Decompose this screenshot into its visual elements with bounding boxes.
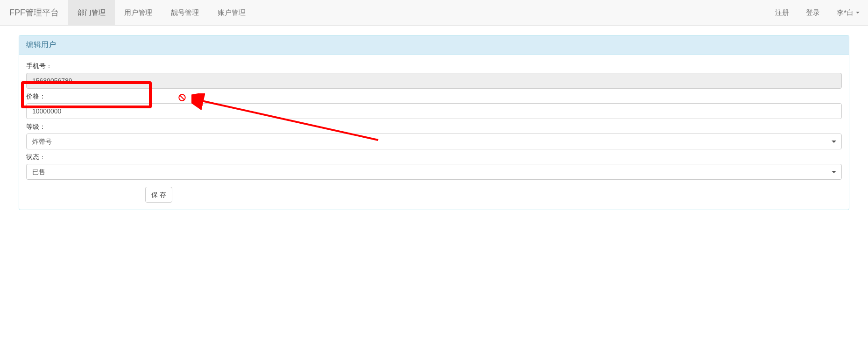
nav-link-dept[interactable]: 部门管理 xyxy=(68,0,115,25)
level-label: 等级： xyxy=(26,123,842,131)
user-name-label: 李*白 xyxy=(837,8,854,17)
status-label: 状态： xyxy=(26,153,842,162)
phone-label: 手机号： xyxy=(26,62,842,70)
form-group-status: 状态： 已售 xyxy=(26,153,842,180)
brand-link[interactable]: FPF管理平台 xyxy=(0,0,68,25)
nav-tabs: 部门管理 用户管理 靓号管理 账户管理 xyxy=(68,0,255,25)
main-container: 编辑用户 手机号： 价格： 等级： 炸弹号 状态： 已售 xyxy=(0,26,868,219)
nav-item-dept[interactable]: 部门管理 xyxy=(68,0,115,25)
save-button[interactable]: 保 存 xyxy=(145,187,172,203)
form-group-price: 价格： xyxy=(26,92,842,119)
edit-user-panel: 编辑用户 手机号： 价格： 等级： 炸弹号 状态： 已售 xyxy=(19,35,849,210)
panel-title: 编辑用户 xyxy=(19,35,849,55)
form-group-level: 等级： 炸弹号 xyxy=(26,123,842,149)
nav-right: 注册 登录 李*白 xyxy=(767,0,868,25)
nav-item-user-dropdown[interactable]: 李*白 xyxy=(828,0,868,25)
nav-link-number[interactable]: 靓号管理 xyxy=(162,0,208,25)
caret-down-icon xyxy=(856,12,860,14)
panel-body: 手机号： 价格： 等级： 炸弹号 状态： 已售 保 存 xyxy=(19,55,849,210)
button-row: 保 存 xyxy=(26,187,842,203)
nav-link-user-dropdown[interactable]: 李*白 xyxy=(828,0,868,25)
level-select[interactable]: 炸弹号 xyxy=(26,134,842,149)
nav-link-user[interactable]: 用户管理 xyxy=(115,0,162,25)
nav-left: FPF管理平台 部门管理 用户管理 靓号管理 账户管理 xyxy=(0,0,255,25)
nav-link-account[interactable]: 账户管理 xyxy=(208,0,255,25)
status-select[interactable]: 已售 xyxy=(26,164,842,180)
price-label: 价格： xyxy=(26,92,842,101)
nav-link-register[interactable]: 注册 xyxy=(767,0,797,25)
nav-link-login[interactable]: 登录 xyxy=(797,0,828,25)
nav-item-account[interactable]: 账户管理 xyxy=(208,0,255,25)
phone-input xyxy=(26,73,842,89)
navbar: FPF管理平台 部门管理 用户管理 靓号管理 账户管理 注册 登录 李*白 xyxy=(0,0,868,26)
nav-item-login[interactable]: 登录 xyxy=(797,0,828,25)
nav-item-user[interactable]: 用户管理 xyxy=(115,0,162,25)
price-input[interactable] xyxy=(26,103,842,119)
form-group-phone: 手机号： xyxy=(26,62,842,89)
nav-item-number[interactable]: 靓号管理 xyxy=(162,0,208,25)
nav-item-register[interactable]: 注册 xyxy=(767,0,797,25)
